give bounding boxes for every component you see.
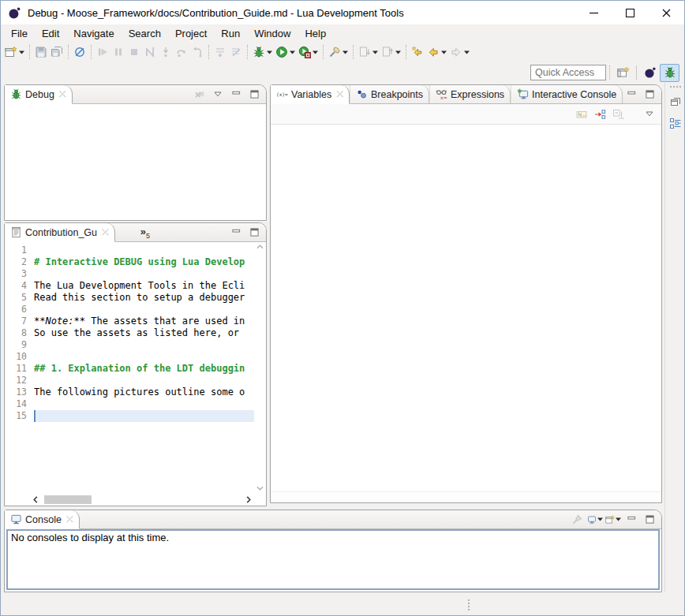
- editor-line-9[interactable]: 9: [5, 339, 254, 351]
- suspend-button: [110, 43, 126, 62]
- tab-interactive-console[interactable]: Interactive Console: [511, 85, 623, 103]
- editor-line-14[interactable]: 14: [5, 398, 254, 410]
- editor-line-5[interactable]: 5Read this section to setup a debugger: [5, 292, 254, 304]
- close-window-button[interactable]: [648, 1, 684, 24]
- tab-expressions[interactable]: x=Expressions: [429, 85, 511, 103]
- panel-min-button[interactable]: [623, 512, 639, 527]
- editor-horizontal-scrollbar[interactable]: [30, 493, 254, 506]
- panel-max-button[interactable]: [642, 512, 657, 527]
- line-number: 9: [5, 339, 34, 351]
- editor-line-11[interactable]: 11## 1. Explanation of the LDT debuggin: [5, 363, 254, 375]
- tab-debug[interactable]: Debug ⤫: [5, 85, 73, 104]
- editor-line-2[interactable]: 2# Interactive DEBUG using Lua Develop: [5, 256, 254, 268]
- tab-variables[interactable]: (x)=Variables⤫: [271, 85, 350, 104]
- panel-min-button[interactable]: [228, 225, 244, 240]
- disconnect-button: [142, 43, 158, 62]
- editor-line-7[interactable]: 7**Note:** The assets that are used in: [5, 315, 254, 327]
- line-number: 12: [5, 375, 34, 386]
- editor-window-buttons: [228, 223, 266, 241]
- lua-perspective-button[interactable]: [640, 64, 660, 82]
- back-button[interactable]: [425, 43, 448, 62]
- dropdown-arrow-icon[interactable]: [464, 50, 470, 54]
- panel-max-button[interactable]: [642, 87, 657, 102]
- workbench: Debug ⤫ Contribution_Gu ⤫ »5 12# Int: [1, 83, 685, 616]
- last-edit-location-button[interactable]: [410, 43, 425, 62]
- panel-min-button[interactable]: [228, 87, 244, 102]
- dropdown-arrow-icon[interactable]: [19, 50, 24, 54]
- display-console-button[interactable]: [587, 512, 603, 527]
- close-icon[interactable]: ⤫: [336, 90, 343, 99]
- editor-line-4[interactable]: 4The Lua Development Tools in the Ecli: [5, 280, 254, 292]
- minimize-window-button[interactable]: [575, 1, 612, 24]
- menu-navigate[interactable]: Navigate: [66, 26, 121, 41]
- outline-view-icon[interactable]: [668, 116, 683, 132]
- view-menu-button[interactable]: [642, 106, 657, 121]
- tab-contribution-guide[interactable]: Contribution_Gu ⤫: [5, 223, 115, 242]
- editor-line-1[interactable]: 1: [5, 245, 254, 256]
- menu-edit[interactable]: Edit: [35, 26, 66, 41]
- menu-search[interactable]: Search: [122, 26, 168, 41]
- line-number: 7: [5, 315, 34, 327]
- editor-line-13[interactable]: 13The following pictures outline some o: [5, 386, 254, 398]
- close-icon[interactable]: ⤫: [102, 228, 109, 237]
- hidden-editors-chevron[interactable]: »5: [140, 226, 150, 240]
- debug-bug-button[interactable]: [251, 43, 274, 62]
- new-wizard-button[interactable]: [3, 43, 26, 62]
- dropdown-arrow-icon[interactable]: [342, 50, 348, 54]
- trim-drag-handle[interactable]: [670, 86, 681, 88]
- menu-window[interactable]: Window: [247, 26, 298, 41]
- dropdown-arrow-icon[interactable]: [267, 50, 272, 54]
- scrollbar-thumb[interactable]: [44, 495, 92, 504]
- dropdown-arrow-icon[interactable]: [597, 517, 603, 521]
- open-console-button[interactable]: [605, 512, 621, 527]
- dropdown-arrow-icon[interactable]: [395, 50, 401, 54]
- menu-help[interactable]: Help: [298, 26, 333, 41]
- restore-view-icon[interactable]: [668, 94, 683, 110]
- panel-max-button[interactable]: [246, 87, 262, 102]
- console-view-toolbar: [569, 510, 661, 528]
- profile-button[interactable]: [297, 43, 320, 62]
- editor-line-8[interactable]: 8So use the assets as listed here, or: [5, 327, 254, 339]
- editor-line-6[interactable]: 6: [5, 304, 254, 315]
- line-number: 13: [5, 386, 34, 398]
- editor-vertical-scrollbar[interactable]: [254, 242, 266, 493]
- external-tools-button[interactable]: [327, 43, 350, 62]
- line-text: [34, 375, 254, 386]
- line-text: The Lua Development Tools in the Ecli: [34, 280, 254, 292]
- toolbar-separator: [247, 45, 248, 59]
- text-editor[interactable]: 12# Interactive DEBUG using Lua Develop3…: [5, 242, 254, 493]
- run-button[interactable]: [274, 43, 297, 62]
- tab-console[interactable]: Console ⤫: [5, 510, 80, 529]
- line-number: 3: [5, 268, 34, 280]
- tab-breakpoints[interactable]: Breakpoints: [350, 85, 429, 103]
- panel-min-button[interactable]: [623, 87, 639, 102]
- console-empty-message: No consoles to display at this time.: [11, 532, 169, 543]
- close-icon[interactable]: ⤫: [59, 90, 66, 99]
- menu-run[interactable]: Run: [214, 26, 247, 41]
- debug-perspective-button[interactable]: [660, 64, 679, 82]
- show-logical-structure-button[interactable]: [592, 106, 608, 121]
- editor-line-15[interactable]: 15: [5, 410, 254, 422]
- skip-breakpoints-button[interactable]: [72, 43, 88, 62]
- close-icon[interactable]: ⤫: [66, 515, 73, 524]
- dropdown-arrow-icon[interactable]: [372, 50, 378, 54]
- open-perspective-button[interactable]: [613, 64, 633, 82]
- view-menu-button[interactable]: [210, 87, 226, 102]
- dropdown-arrow-icon[interactable]: [313, 50, 318, 54]
- dropdown-arrow-icon[interactable]: [441, 50, 447, 54]
- line-number: 1: [5, 245, 34, 256]
- toolbar-separator: [91, 45, 92, 59]
- panel-max-button[interactable]: [246, 225, 262, 240]
- editor-line-3[interactable]: 3: [5, 268, 254, 280]
- maximize-window-button[interactable]: [612, 1, 648, 24]
- step-over-button: [174, 43, 189, 62]
- menu-file[interactable]: File: [4, 26, 35, 41]
- dropdown-arrow-icon[interactable]: [616, 517, 621, 521]
- variables-stack: (x)=Variables⤫Breakpointsx=ExpressionsIn…: [270, 84, 662, 503]
- editor-line-12[interactable]: 12: [5, 375, 254, 386]
- menu-project[interactable]: Project: [168, 26, 214, 41]
- statusbar-drag-handle[interactable]: [468, 599, 470, 610]
- quick-access-input[interactable]: [530, 65, 606, 80]
- editor-line-10[interactable]: 10: [5, 351, 254, 363]
- dropdown-arrow-icon[interactable]: [290, 50, 295, 54]
